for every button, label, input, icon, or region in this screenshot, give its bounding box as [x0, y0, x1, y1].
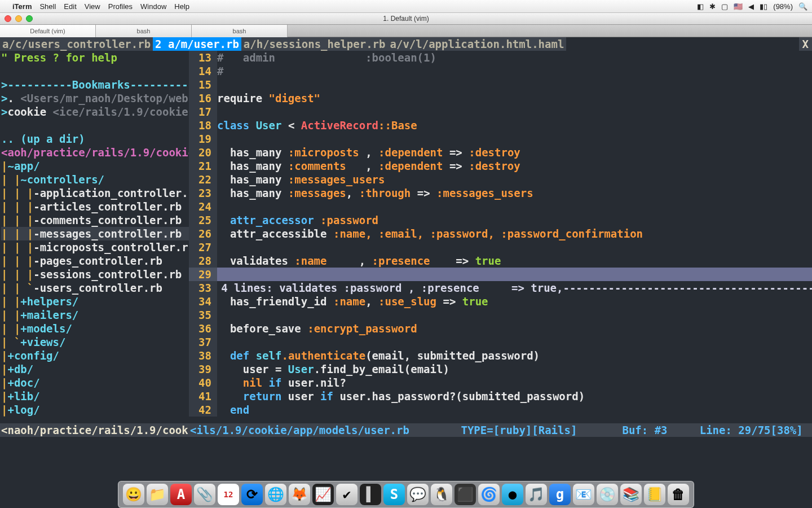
tree-dir[interactable]: |+log/ [1, 403, 189, 417]
tree-dir[interactable]: |+config/ [1, 349, 189, 362]
iterm-tab-empty [288, 25, 812, 37]
dock-qq-icon[interactable]: 🐧 [431, 484, 452, 505]
tree-dir[interactable]: | |+mailers/ [1, 308, 189, 322]
tree-dir[interactable]: | |+models/ [1, 322, 189, 335]
buffer-tab[interactable]: a/h/sessions_helper.rb [241, 37, 388, 51]
app-name[interactable]: iTerm [12, 2, 32, 11]
battery-pct: (98%) [773, 2, 793, 11]
dock-item-icon[interactable]: A [170, 484, 192, 505]
fold-line[interactable]: 29+-- 4 lines: validates :password , :pr… [189, 268, 812, 281]
dock-item-icon[interactable]: 📧 [573, 484, 594, 505]
close-buffer-button[interactable]: X [799, 37, 812, 51]
macos-menubar: iTerm Shell Edit View Profiles Window He… [0, 0, 812, 12]
dock-item-icon[interactable]: ● [502, 484, 523, 505]
dock-item-icon[interactable]: 💬 [407, 484, 429, 505]
menu-shell[interactable]: Shell [39, 2, 56, 11]
dock-firefox-icon[interactable]: 🦊 [289, 484, 310, 505]
dock-item-icon[interactable]: 📎 [194, 484, 215, 505]
bookmark-item[interactable]: >cookie <ice/rails/1.9/cookie/ [1, 105, 189, 119]
tree-blank [1, 64, 189, 78]
gutter: 13 [189, 51, 217, 64]
bookmarks-header: >----------Bookmarks---------- [1, 78, 189, 91]
status-icon[interactable]: ◧ [697, 2, 704, 11]
dock-item-icon[interactable]: 🌀 [478, 484, 500, 505]
status-right: <ils/1.9/cookie/app/models/user.rb TYPE=… [189, 423, 812, 437]
iterm-tab[interactable]: Default (vim) [0, 25, 96, 37]
bookmark-item[interactable]: >. >. <Users/mr_naoh/Desktop/web/<Users/… [1, 91, 189, 105]
traffic-lights [5, 15, 33, 22]
nerdtree-help: " Press ? for help [1, 51, 189, 64]
dock-item-icon[interactable]: ⬛ [454, 484, 476, 505]
tree-dir[interactable]: |+doc/ [1, 376, 189, 389]
tree-file[interactable]: | | |-sessions_controller.rb [1, 268, 189, 281]
menu-edit[interactable]: Edit [64, 2, 76, 11]
buffer-tab-active[interactable]: 2 a/m/user.rb [153, 37, 241, 51]
battery-icon[interactable]: ▮▯ [760, 2, 767, 11]
window-titlebar: 1. Default (vim) [0, 12, 812, 25]
dock-finder-icon[interactable]: 😀 [123, 484, 144, 505]
menu-window[interactable]: Window [140, 2, 166, 11]
close-window-button[interactable] [5, 15, 11, 22]
dock-item-icon[interactable]: g [549, 484, 571, 505]
tree-file[interactable]: | | |-application_controller.rb [1, 186, 189, 200]
editor-pane[interactable]: 13# admin :boolean(1) 14# 15 16require "… [189, 51, 812, 423]
dock-item-icon[interactable]: 📒 [644, 484, 665, 505]
tree-dir[interactable]: |+lib/ [1, 389, 189, 403]
macos-dock: 😀 📁 A 📎 12 ⟳ 🌐 🦊 📈 ✔ ▌ S 💬 🐧 ⬛ 🌀 ● 🎵 g 📧… [118, 481, 694, 508]
status-left: <naoh/practice/rails/1.9/cookie [0, 423, 189, 437]
tree-blank [1, 119, 189, 132]
flag-icon[interactable]: 🇺🇸 [734, 2, 743, 11]
dock-terminal-icon[interactable]: ▌ [360, 484, 381, 505]
tree-dir-app[interactable]: |~app/ [1, 159, 189, 173]
minimize-window-button[interactable] [15, 15, 22, 22]
menu-help[interactable]: Help [174, 2, 189, 11]
tree-file[interactable]: | | |-pages_controller.rb [1, 254, 189, 268]
vim-status-line: <naoh/practice/rails/1.9/cookie <ils/1.9… [0, 423, 812, 437]
dock-item-icon[interactable]: ⟳ [241, 484, 263, 505]
buffer-tab[interactable]: a/c/users_controller.rb [0, 37, 153, 51]
code-line: # admin :boolean(1) [217, 51, 436, 64]
tree-file[interactable]: | | |-comments_controller.rb [1, 213, 189, 227]
dock-itunes-icon[interactable]: 🎵 [526, 484, 547, 505]
dock-skype-icon[interactable]: S [383, 484, 405, 505]
dock-calendar-icon[interactable]: 12 [218, 484, 239, 505]
dock-item-icon[interactable]: ✔ [336, 484, 358, 505]
iterm-tab[interactable]: bash [192, 25, 288, 37]
tree-dir[interactable]: |+db/ [1, 362, 189, 376]
tree-root[interactable]: <aoh/practice/rails/1.9/cookie/ [1, 146, 189, 159]
tree-file[interactable]: | | `-users_controller.rb [1, 281, 189, 295]
dock-item-icon[interactable]: 📈 [312, 484, 334, 505]
status-icon[interactable]: ▢ [721, 2, 728, 11]
menu-profiles[interactable]: Profiles [108, 2, 133, 11]
vim-buffer-line: a/c/users_controller.rb 2 a/m/user.rb a/… [0, 37, 812, 51]
iterm-tab[interactable]: bash [96, 25, 192, 37]
nerdtree-panel[interactable]: " Press ? for help >----------Bookmarks-… [0, 51, 189, 423]
tree-file[interactable]: | | |-microposts_controller.rb [1, 240, 189, 254]
terminal-area: a/c/users_controller.rb 2 a/m/user.rb a/… [0, 37, 812, 508]
dock-trash-icon[interactable]: 🗑 [668, 484, 689, 505]
volume-icon[interactable]: ◀ [748, 2, 754, 11]
tree-file[interactable]: | | |-articles_controller.rb [1, 200, 189, 213]
tree-file-selected[interactable]: | | |-messages_controller.rb [1, 227, 189, 240]
dock-item-icon[interactable]: 💿 [597, 484, 618, 505]
up-dir[interactable]: .. (up a dir) [1, 132, 189, 146]
spotlight-icon[interactable]: 🔍 [798, 2, 807, 11]
window-title: 1. Default (vim) [383, 15, 429, 23]
menu-view[interactable]: View [85, 2, 100, 11]
tree-dir-controllers[interactable]: | |~controllers/ [1, 173, 189, 186]
tree-dir[interactable]: | |+helpers/ [1, 295, 189, 308]
iterm-tab-strip: Default (vim) bash bash [0, 25, 812, 37]
dock-item-icon[interactable]: 📚 [620, 484, 642, 505]
buffer-tab[interactable]: a/v/l/application.html.haml [388, 37, 567, 51]
dock-chrome-icon[interactable]: 🌐 [265, 484, 286, 505]
zoom-window-button[interactable] [26, 15, 33, 22]
tree-dir[interactable]: | `+views/ [1, 335, 189, 349]
dock-item-icon[interactable]: 📁 [147, 484, 168, 505]
status-icon[interactable]: ✱ [709, 2, 716, 11]
